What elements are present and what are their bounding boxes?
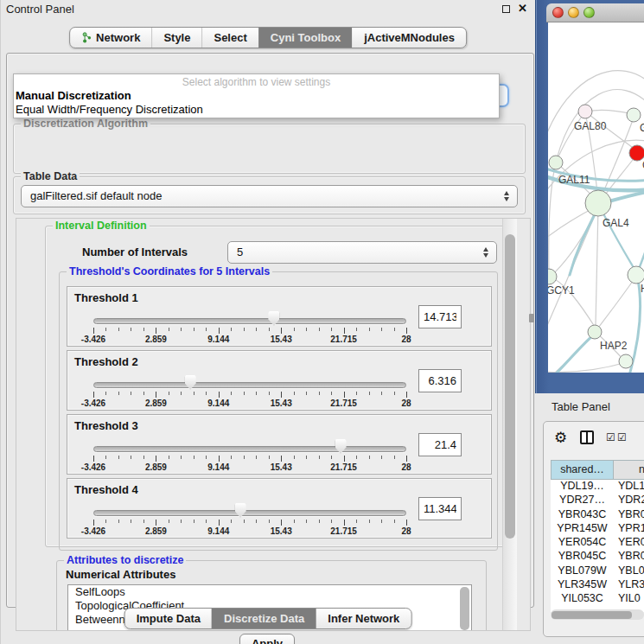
slider-track[interactable]: [93, 510, 406, 516]
tick-mark: [381, 328, 382, 331]
tick-label: 15.43: [271, 335, 292, 344]
cell-name: YLR3: [614, 578, 644, 592]
tick-label: 2.859: [145, 526, 167, 536]
table-row[interactable]: YER054CYER0: [551, 536, 644, 550]
apply-button[interactable]: Apply: [239, 634, 295, 644]
tick-mark: [406, 328, 407, 334]
number-of-intervals-value: 5: [237, 242, 243, 263]
tick-mark: [143, 328, 144, 331]
tick-mark: [244, 456, 245, 459]
tab-impute-data[interactable]: Impute Data: [125, 609, 212, 628]
table-row[interactable]: YLR345WYLR3: [551, 578, 644, 592]
column-header-shared-name[interactable]: shared…: [551, 460, 614, 480]
network-node[interactable]: [585, 190, 611, 216]
cell-name: YBR0: [614, 508, 644, 522]
tick-mark: [231, 456, 232, 459]
network-canvas[interactable]: GAL80GCGAL11GAL4GCY1HHAP2: [548, 22, 644, 373]
cyni-mode-tabs: Impute DataDiscretize DataInfer Network: [124, 608, 412, 629]
tick-mark: [256, 456, 257, 459]
tick-mark: [394, 392, 395, 395]
number-of-intervals-combobox[interactable]: 5: [227, 241, 497, 264]
tick-mark: [281, 328, 282, 334]
checkbox-icon[interactable]: ☑: [606, 431, 615, 443]
network-window-titlebar[interactable]: [546, 3, 644, 22]
threshold-value-field[interactable]: [418, 433, 462, 456]
scrollbar-thumb[interactable]: [505, 234, 515, 539]
table-horizontal-scrollbar[interactable]: [551, 609, 644, 620]
checkbox-icon[interactable]: ☑: [617, 431, 627, 443]
table-row[interactable]: YBR043CYBR0: [551, 508, 644, 522]
tab-jactivemnodules[interactable]: jActiveMNodules: [352, 28, 466, 48]
node-label-gal4: GAL4: [603, 217, 629, 229]
algorithm-option-equal-width-frequency-discretization[interactable]: Equal Width/Frequency Discretization: [14, 103, 499, 117]
tab-cyni-toolbox[interactable]: Cyni Toolbox: [258, 28, 352, 48]
tab-discretize-data[interactable]: Discretize Data: [212, 609, 316, 628]
network-node[interactable]: [627, 108, 641, 122]
table-body: YDL19…YDL1YDR27…YDR2YBR043CYBR0YPR145WYP…: [551, 480, 644, 612]
threshold-panel: Threshold 1 -3.4262.8599.14415.4321.7152…: [67, 286, 492, 347]
tick-mark: [406, 392, 407, 398]
tick-mark: [118, 392, 119, 395]
tick-mark: [356, 520, 357, 523]
tab-label: Select: [214, 28, 246, 48]
tick-mark: [194, 328, 194, 331]
float-window-icon[interactable]: [502, 5, 510, 13]
table-row[interactable]: YDR27…YDR2: [551, 494, 644, 507]
tab-select[interactable]: Select: [201, 28, 258, 48]
tab-infer-network[interactable]: Infer Network: [316, 609, 411, 628]
tick-label: 15.43: [271, 462, 292, 472]
column-header-name[interactable]: n: [614, 460, 644, 480]
close-icon[interactable]: ✕: [518, 2, 527, 15]
tick-mark: [143, 520, 144, 523]
threshold-value-field[interactable]: [418, 305, 462, 328]
tab-network[interactable]: Network: [70, 28, 151, 48]
network-node[interactable]: [588, 325, 602, 339]
attribute-item-selfloops[interactable]: SelfLoops: [68, 585, 471, 599]
cell-shared-name: YER054C: [551, 536, 614, 550]
tick-mark: [331, 520, 332, 523]
combobox-stepper-icon[interactable]: [504, 191, 509, 201]
table-row[interactable]: YIL053CYIL0: [551, 592, 644, 606]
tick-mark: [231, 328, 232, 331]
tab-style[interactable]: Style: [151, 28, 201, 48]
node-label-gal11: GAL11: [558, 174, 590, 186]
slider-track[interactable]: [93, 382, 406, 388]
minimize-traffic-light-icon[interactable]: [568, 7, 579, 18]
network-node[interactable]: [619, 354, 633, 368]
table-row[interactable]: YDL19…YDL1: [551, 480, 644, 494]
threshold-value-field[interactable]: [418, 497, 462, 520]
algorithm-popup-hint: Select algorithm to view settings: [14, 76, 499, 89]
tick-mark: [369, 456, 370, 459]
network-node[interactable]: [549, 156, 563, 169]
algorithm-option-manual-discretization[interactable]: Manual Discretization: [14, 89, 499, 103]
interval-definition-group: Interval Definition Number of Intervals …: [45, 226, 510, 547]
tick-mark: [281, 520, 282, 526]
settings-vertical-scrollbar[interactable]: [502, 219, 517, 630]
split-divider-handle[interactable]: [529, 314, 534, 322]
column-layout-icon[interactable]: [580, 430, 594, 444]
panel-title: Control Panel: [6, 3, 74, 16]
cell-name: YBL0: [614, 564, 644, 578]
table-row[interactable]: YPR145WYPR1: [551, 522, 644, 536]
network-nodes: [548, 105, 644, 368]
slider-track[interactable]: [93, 446, 406, 452]
network-node[interactable]: [578, 105, 592, 118]
table-data-combobox[interactable]: galFiltered.sif default node: [21, 185, 518, 207]
table-row[interactable]: YBR045CYBR0: [551, 550, 644, 564]
list-scrollbar[interactable]: [460, 587, 469, 630]
network-node[interactable]: [628, 266, 644, 284]
gear-icon[interactable]: ⚙: [554, 429, 567, 448]
slider-track[interactable]: [93, 318, 406, 324]
threshold-value-field[interactable]: [418, 369, 462, 392]
tick-mark: [156, 392, 156, 398]
table-header-row: shared… n: [551, 460, 644, 480]
close-traffic-light-icon[interactable]: [552, 7, 564, 18]
combobox-stepper-icon[interactable]: [483, 247, 488, 258]
scrollbar-thumb[interactable]: [552, 611, 632, 619]
tick-mark: [244, 520, 245, 523]
tab-label: Infer Network: [328, 609, 399, 629]
group-title-table-data: Table Data: [21, 170, 80, 182]
table-row[interactable]: YBL079WYBL0: [551, 564, 644, 578]
zoom-traffic-light-icon[interactable]: [583, 7, 595, 18]
group-title-algorithm: Discretization Algorithm: [21, 118, 150, 130]
